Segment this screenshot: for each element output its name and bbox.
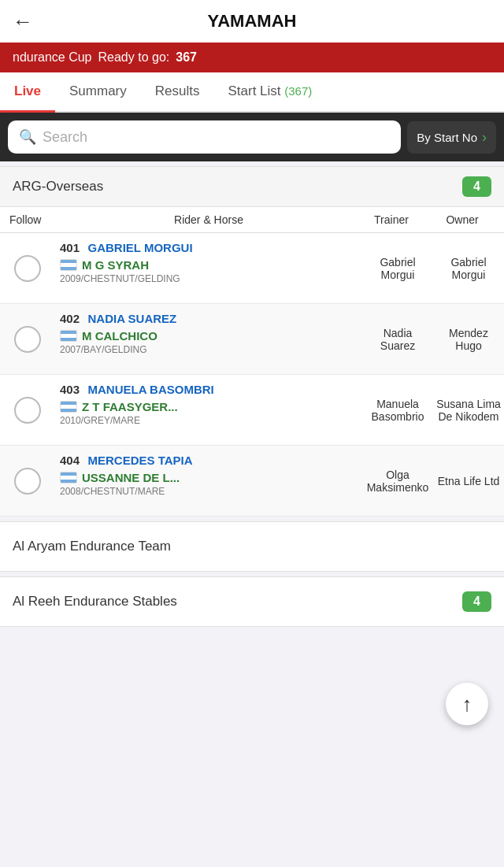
col-header-riderhorse: Rider & Horse: [61, 213, 356, 226]
tab-bar: Live Summary Results Start List (367): [0, 72, 504, 113]
table-row: 402 NADIA SUAREZ M CALCHICO 2007/BAY/GEL…: [0, 304, 504, 375]
horse-name[interactable]: USSANNE DE L...: [82, 471, 180, 484]
follow-radio[interactable]: [14, 397, 41, 424]
riderhorse-cell: 404 MERCEDES TAPIA USSANNE DE L... 2008/…: [55, 446, 362, 516]
rider-name[interactable]: NADIA SUAREZ: [87, 312, 176, 325]
entry-number: 402: [60, 312, 80, 325]
sort-label: By Start No: [417, 131, 477, 144]
startlist-badge: (367): [284, 84, 312, 98]
table-row: 404 MERCEDES TAPIA USSANNE DE L... 2008/…: [0, 446, 504, 517]
group-card[interactable]: Al Reeh Endurance Stables 4: [0, 576, 504, 627]
table-row: 403 MANUELA BASOMBRI Z T FAASYGER... 201…: [0, 375, 504, 446]
table-row: 401 GABRIEL MORGUI M G SYRAH 2009/CHESTN…: [0, 233, 504, 304]
group-card[interactable]: Al Aryam Endurance Team: [0, 521, 504, 572]
tab-summary[interactable]: Summary: [55, 72, 141, 111]
col-header-follow: Follow: [6, 213, 61, 226]
search-icon: 🔍: [19, 128, 36, 146]
group-count-badge: 4: [462, 176, 491, 197]
horse-info: 2009/CHESTNUT/GELDING: [60, 273, 358, 284]
follow-cell: [0, 375, 55, 445]
entry-number: 403: [60, 383, 80, 396]
horse-info: 2010/GREY/MARE: [60, 415, 358, 426]
horse-info: 2007/BAY/GELDING: [60, 344, 358, 355]
banner-ready-label: Ready to go:: [98, 50, 170, 65]
flag-argentina: [60, 330, 77, 342]
follow-radio[interactable]: [14, 468, 41, 495]
col-header-trainer: Trainer: [356, 213, 427, 226]
search-box[interactable]: 🔍 Search: [8, 120, 401, 154]
banner-count: 367: [176, 50, 197, 65]
owner-cell: Susana Lima De Nikodem: [433, 375, 504, 445]
horse-name[interactable]: Z T FAASYGER...: [82, 400, 178, 413]
banner-event: ndurance Cup: [13, 50, 92, 65]
group-card-name: Al Aryam Endurance Team: [13, 539, 171, 554]
riderhorse-cell: 402 NADIA SUAREZ M CALCHICO 2007/BAY/GEL…: [55, 304, 362, 374]
follow-radio[interactable]: [14, 255, 41, 282]
tab-startlist[interactable]: Start List (367): [213, 72, 326, 111]
tab-results[interactable]: Results: [141, 72, 214, 111]
rider-name[interactable]: GABRIEL MORGUI: [87, 241, 192, 254]
table-header: Follow Rider & Horse Trainer Owner: [0, 207, 504, 233]
entries-list: 401 GABRIEL MORGUI M G SYRAH 2009/CHESTN…: [0, 233, 504, 517]
trainer-cell: Olga Maksimenko: [362, 446, 433, 516]
header: ← YAMAMAH: [0, 0, 504, 43]
trainer-cell: Nadia Suarez: [362, 304, 433, 374]
col-header-owner: Owner: [427, 213, 498, 226]
flag-argentina: [60, 401, 77, 413]
search-row: 🔍 Search By Start No ›: [0, 113, 504, 161]
follow-cell: [0, 446, 55, 516]
rider-name[interactable]: MANUELA BASOMBRI: [87, 383, 213, 396]
rider-name[interactable]: MERCEDES TAPIA: [87, 454, 192, 467]
follow-cell: [0, 304, 55, 374]
owner-cell: Mendez Hugo: [433, 304, 504, 374]
follow-radio[interactable]: [14, 326, 41, 353]
group-card-badge: 4: [462, 591, 491, 612]
group-name: ARG-Overseas: [13, 179, 103, 195]
sort-button[interactable]: By Start No ›: [407, 121, 496, 154]
follow-cell: [0, 233, 55, 303]
owner-cell: Etna Life Ltd: [433, 446, 504, 516]
owner-cell: Gabriel Morgui: [433, 233, 504, 303]
chevron-right-icon: ›: [482, 129, 487, 146]
tab-live[interactable]: Live: [0, 72, 55, 113]
horse-name[interactable]: M G SYRAH: [82, 258, 149, 272]
banner: ndurance Cup Ready to go: 367: [0, 43, 504, 72]
horse-info: 2008/CHESTNUT/MARE: [60, 486, 358, 497]
back-button[interactable]: ←: [13, 9, 33, 34]
flag-argentina: [60, 472, 77, 484]
trainer-cell: Manuela Basombrio: [362, 375, 433, 445]
group-header: ARG-Overseas 4: [0, 166, 504, 207]
flag-argentina: [60, 259, 77, 271]
riderhorse-cell: 403 MANUELA BASOMBRI Z T FAASYGER... 201…: [55, 375, 362, 445]
entry-number: 404: [60, 454, 80, 467]
bottom-groups: Al Aryam Endurance Team Al Reeh Enduranc…: [0, 521, 504, 627]
trainer-cell: Gabriel Morgui: [362, 233, 433, 303]
riderhorse-cell: 401 GABRIEL MORGUI M G SYRAH 2009/CHESTN…: [55, 233, 362, 303]
group-card-name: Al Reeh Endurance Stables: [13, 594, 177, 609]
horse-name[interactable]: M CALCHICO: [82, 329, 158, 343]
entry-number: 401: [60, 241, 80, 254]
page-title: YAMAMAH: [208, 11, 297, 31]
search-placeholder: Search: [43, 129, 87, 146]
